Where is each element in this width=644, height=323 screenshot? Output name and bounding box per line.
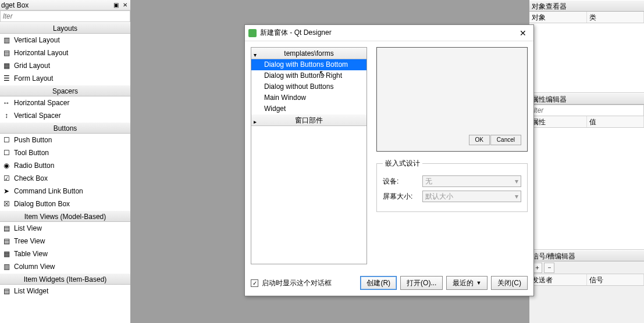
widget-item-label: Grid Layout [14, 62, 50, 70]
widget-item[interactable]: ☰Form Layout [0, 72, 130, 85]
property-name-col[interactable]: 属性 [529, 116, 587, 127]
screen-size-select[interactable]: 默认大小 ▾ [422, 191, 521, 202]
widget-item-label: Check Box [14, 174, 48, 182]
close-icon[interactable]: ✕ [121, 1, 129, 9]
sender-col-header[interactable]: 发送者 [529, 274, 587, 285]
widget-item[interactable]: ▥Column View [0, 260, 130, 273]
widget-item[interactable]: ▥Vertical Layout [0, 34, 130, 46]
tree-header-widgets[interactable]: ▸ 窗口部件 [251, 114, 367, 126]
widget-icon: ▦ [2, 62, 10, 70]
signal-col-header[interactable]: 信号 [587, 274, 645, 285]
object-col-header[interactable]: 对象 [529, 12, 587, 23]
template-tree-item[interactable]: Dialog without Buttons [251, 81, 367, 92]
chevron-down-icon: ▼ [476, 280, 481, 286]
device-select[interactable]: 无 ▾ [422, 175, 521, 187]
widget-item[interactable]: ▦Grid Layout [0, 59, 130, 72]
remove-connection-icon[interactable]: － [544, 263, 554, 273]
show-on-startup-label[interactable]: 启动时显示这个对话框 [262, 278, 332, 288]
chevron-down-icon: ▾ [515, 191, 518, 202]
widget-box-titlebar: dget Box ▣ ✕ [0, 0, 130, 10]
widget-item-label: Dialog Button Box [14, 200, 70, 208]
widget-category-header[interactable]: Item Widgets (Item-Based) [0, 273, 130, 285]
template-tree-item[interactable]: Dialog with Buttons Bottom [251, 59, 367, 70]
widget-item[interactable]: ▤Horizontal Layout [0, 46, 130, 59]
embedded-design-title: 嵌入式设计 [383, 159, 422, 168]
widget-item-label: Push Button [14, 136, 52, 144]
device-label: 设备: [383, 177, 418, 186]
chevron-down-icon[interactable]: ▾ [254, 49, 257, 61]
widget-item-label: Column View [14, 263, 55, 271]
show-on-startup-checkbox[interactable]: ✓ [251, 279, 258, 287]
new-form-dialog: 新建窗体 - Qt Designer ✕ ▾ templates\forms D… [244, 24, 534, 296]
widget-icon: ↕ [2, 112, 10, 120]
widget-item[interactable]: ↕Vertical Spacer [0, 109, 130, 122]
chevron-down-icon: ▾ [515, 176, 518, 186]
widget-category-header[interactable]: Buttons [0, 122, 130, 134]
form-preview: OK Cancel [376, 47, 528, 152]
widget-item-label: Tool Button [14, 149, 49, 157]
preview-ok-button: OK [469, 135, 490, 145]
widget-item-label: Tree View [14, 237, 45, 245]
widget-icon: ☐ [2, 149, 10, 157]
property-filter-input[interactable] [529, 105, 644, 116]
widget-icon: ☐ [2, 136, 10, 144]
property-value-col[interactable]: 值 [587, 116, 645, 127]
open-button[interactable]: 打开(O)... [400, 276, 443, 290]
widget-icon: ◉ [2, 162, 10, 170]
widget-item-label: Command Link Button [14, 187, 83, 195]
screen-size-label: 屏幕大小: [383, 192, 418, 202]
widget-icon: ▤ [2, 224, 10, 232]
dialog-footer: ✓ 启动时显示这个对话框 创建(R) 打开(O)... 最近的▼ 关闭(C) [245, 270, 533, 296]
widget-item-label: List View [14, 224, 42, 232]
widget-category-header[interactable]: Spacers [0, 85, 130, 96]
widget-item[interactable]: ▤List Widget [0, 285, 130, 297]
template-tree[interactable]: ▾ templates\forms Dialog with Buttons Bo… [251, 47, 367, 264]
tree-header-forms[interactable]: ▾ templates\forms [251, 48, 367, 59]
widget-item-label: Form Layout [14, 74, 53, 82]
widget-icon: ▥ [2, 36, 10, 44]
widget-item[interactable]: ▦Table View [0, 247, 130, 260]
widget-item[interactable]: ☑Check Box [0, 172, 130, 185]
widget-item[interactable]: ☐Push Button [0, 134, 130, 146]
widget-item-label: Horizontal Layout [14, 49, 68, 57]
object-inspector-header[interactable]: 对象查看器 [529, 0, 644, 12]
right-dock: 对象查看器 对象 类 属性编辑器 属性 值 信号/槽编辑器 ＋ － 发送者 信号 [529, 0, 644, 323]
widget-category-header[interactable]: Item Views (Model-Based) [0, 210, 130, 222]
template-tree-item[interactable]: Widget [251, 103, 367, 114]
widget-icon: ▤ [2, 49, 10, 57]
close-dialog-button[interactable]: 关闭(C) [491, 276, 528, 290]
create-button[interactable]: 创建(R) [360, 276, 397, 290]
dock-float-icon[interactable]: ▣ [112, 1, 120, 9]
widget-icon: ↔ [2, 99, 10, 107]
close-button[interactable]: ✕ [516, 27, 530, 39]
widget-item[interactable]: ➤Command Link Button [0, 185, 130, 198]
widget-item-label: List Widget [14, 287, 48, 295]
preview-cancel-button: Cancel [490, 135, 521, 145]
embedded-design-group: 嵌入式设计 设备: 无 ▾ 屏幕大小: 默认大小 ▾ [376, 159, 528, 212]
property-editor-header[interactable]: 属性编辑器 [529, 93, 644, 105]
widget-box-panel: dget Box ▣ ✕ Layouts▥Vertical Layout▤Hor… [0, 0, 131, 323]
widget-item-label: Vertical Layout [14, 36, 60, 44]
widget-item[interactable]: ↔Horizontal Spacer [0, 96, 130, 109]
widget-icon: ☰ [2, 74, 10, 82]
template-tree-item[interactable]: Main Window [251, 92, 367, 103]
dialog-titlebar[interactable]: 新建窗体 - Qt Designer ✕ [245, 25, 533, 41]
property-grid-body[interactable] [529, 128, 644, 250]
chevron-right-icon[interactable]: ▸ [254, 116, 257, 128]
widget-icon: ▤ [2, 287, 10, 295]
widget-item[interactable]: ▤List View [0, 222, 130, 235]
class-col-header[interactable]: 类 [587, 12, 645, 23]
template-tree-item[interactable]: Dialog with Buttons Right [251, 70, 367, 81]
widget-item[interactable]: ◉Radio Button [0, 159, 130, 172]
widget-icon: ➤ [2, 187, 10, 195]
signal-slot-editor-header[interactable]: 信号/槽编辑器 [529, 250, 644, 261]
widget-category-header[interactable]: Layouts [0, 22, 130, 34]
widget-item[interactable]: ☐Tool Button [0, 146, 130, 159]
widget-icon: ☑ [2, 174, 10, 182]
widget-filter-input[interactable] [0, 10, 130, 22]
recent-button[interactable]: 最近的▼ [446, 276, 488, 290]
widget-item[interactable]: ▤Tree View [0, 235, 130, 247]
object-tree-body[interactable] [529, 23, 644, 93]
widget-item[interactable]: ☒Dialog Button Box [0, 198, 130, 210]
widget-box-title: dget Box [1, 1, 29, 9]
